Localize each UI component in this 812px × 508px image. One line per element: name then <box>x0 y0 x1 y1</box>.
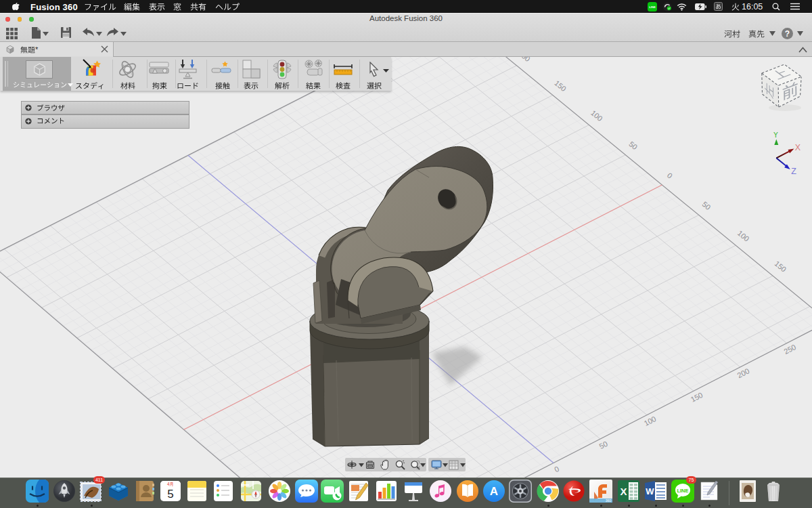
svg-text:Z: Z <box>791 167 796 176</box>
svg-text:A: A <box>490 485 498 498</box>
svg-text:200: 200 <box>517 57 532 63</box>
svg-text:100: 100 <box>736 229 751 243</box>
svg-text:0: 0 <box>666 171 674 180</box>
svg-text:Y: Y <box>773 132 779 140</box>
svg-text:X: X <box>795 143 801 152</box>
svg-text:50: 50 <box>627 140 639 151</box>
svg-text:50: 50 <box>597 440 608 450</box>
svg-text:W: W <box>646 486 654 496</box>
svg-text:X: X <box>620 486 627 497</box>
svg-text:100: 100 <box>589 108 604 123</box>
svg-text:360: 360 <box>606 499 612 503</box>
svg-text:50: 50 <box>701 200 713 211</box>
svg-text:5: 5 <box>167 488 173 501</box>
svg-text:LINE: LINE <box>649 5 656 9</box>
svg-text:4月: 4月 <box>167 482 174 487</box>
svg-text:150: 150 <box>773 259 788 274</box>
svg-text:LINE: LINE <box>677 488 688 494</box>
svg-text:150: 150 <box>553 79 568 93</box>
svg-text:0: 0 <box>553 465 560 473</box>
svg-text:150: 150 <box>690 391 704 404</box>
svg-text:?: ? <box>785 29 790 39</box>
